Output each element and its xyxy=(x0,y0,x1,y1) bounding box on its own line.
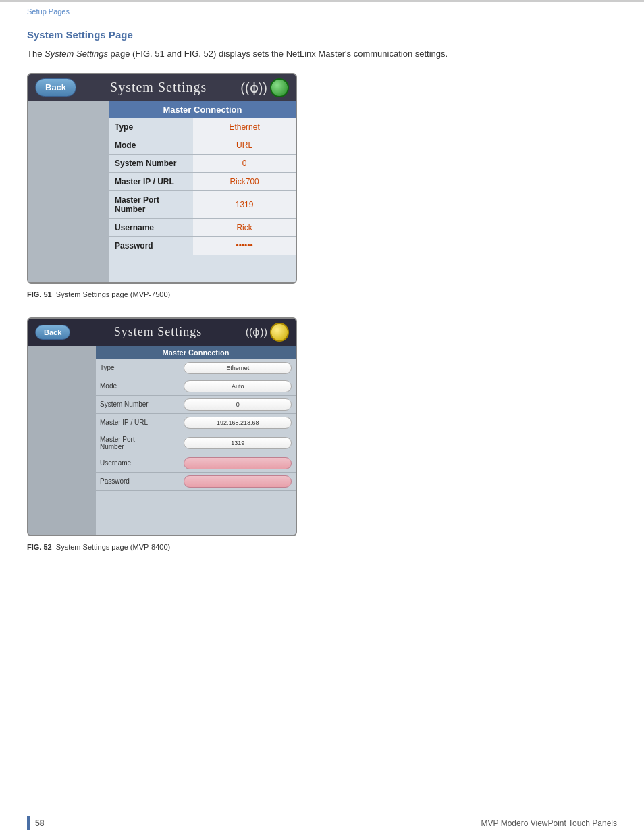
row-value[interactable] xyxy=(180,454,296,472)
row-value[interactable]: URL xyxy=(193,136,296,154)
row-value[interactable] xyxy=(180,472,296,490)
row-value[interactable]: Rick700 xyxy=(193,172,296,190)
value-btn-mode[interactable]: Auto xyxy=(184,380,292,392)
fig51-caption-text: System Settings page (MVP-7500) xyxy=(56,290,170,298)
screen-body-fig52: Master Connection Type Ethernet Mode Aut… xyxy=(28,346,296,535)
figure-52-block: Back System Settings ((ϕ)) Master Connec… xyxy=(27,317,617,551)
fig52-label: FIG. 52 xyxy=(27,543,52,551)
description-italic: System Settings xyxy=(45,49,108,59)
device-screen-fig51: Back System Settings ((ϕ)) Master Connec… xyxy=(27,73,297,284)
table-row: Password •••••• xyxy=(109,236,296,255)
table-row: Type Ethernet xyxy=(96,359,296,377)
row-label: System Number xyxy=(109,154,193,172)
screen-title-fig52: System Settings xyxy=(77,325,238,339)
back-button-fig51[interactable]: Back xyxy=(35,78,76,97)
table-row: Type Ethernet xyxy=(109,118,296,136)
footer-page-number: 58 xyxy=(35,818,44,828)
row-label: System Number xyxy=(96,395,180,413)
wifi-icon-fig51: ((ϕ)) xyxy=(240,80,267,96)
value-btn-username[interactable] xyxy=(184,457,292,469)
table-row: System Number 0 xyxy=(96,395,296,413)
row-label: Master PortNumber xyxy=(96,432,180,454)
value-btn-port[interactable]: 1319 xyxy=(184,437,292,449)
settings-table-fig51: Type Ethernet Mode URL System Number 0 xyxy=(109,118,296,255)
row-value[interactable]: 192.168.213.68 xyxy=(180,413,296,432)
row-label: Type xyxy=(109,118,193,136)
table-row: Master PortNumber 1319 xyxy=(109,190,296,218)
settings-table-fig52: Type Ethernet Mode Auto Syst xyxy=(96,359,296,491)
device-screen-fig52: Back System Settings ((ϕ)) Master Connec… xyxy=(27,317,297,536)
row-label: Master IP / URL xyxy=(109,172,193,190)
status-orb-fig51 xyxy=(270,78,289,97)
row-value[interactable]: 1319 xyxy=(180,432,296,454)
row-value[interactable]: 1319 xyxy=(193,190,296,218)
screen-right-panel-fig51: Master Connection Type Ethernet Mode URL… xyxy=(109,101,296,282)
table-row: Mode URL xyxy=(109,136,296,154)
footer-accent xyxy=(27,816,30,830)
row-value[interactable]: Rick xyxy=(193,218,296,236)
table-row: Password xyxy=(96,472,296,490)
fig52-caption: FIG. 52 System Settings page (MVP-8400) xyxy=(27,543,617,551)
row-value[interactable]: •••••• xyxy=(193,236,296,255)
wifi-icon-area-fig51: ((ϕ)) xyxy=(240,78,289,97)
fig51-label: FIG. 51 xyxy=(27,290,52,298)
value-btn-type[interactable]: Ethernet xyxy=(184,362,292,374)
section-title: System Settings Page xyxy=(27,29,617,41)
row-value[interactable]: Ethernet xyxy=(193,118,296,136)
description: The System Settings page (FIG. 51 and FI… xyxy=(27,47,617,61)
row-value[interactable]: 0 xyxy=(193,154,296,172)
footer-doc-title: MVP Modero ViewPoint Touch Panels xyxy=(44,818,617,828)
screen-right-panel-fig52: Master Connection Type Ethernet Mode Aut… xyxy=(96,346,296,535)
screen-title-fig51: System Settings xyxy=(83,80,234,95)
screen-header-fig52: Back System Settings ((ϕ)) xyxy=(28,319,296,346)
wifi-icon-area-fig52: ((ϕ)) xyxy=(246,323,289,342)
description-suffix: page (FIG. 51 and FIG. 52) displays sets… xyxy=(108,49,448,59)
screen-left-panel-fig52 xyxy=(28,346,96,535)
table-row: System Number 0 xyxy=(109,154,296,172)
value-btn-password[interactable] xyxy=(184,475,292,488)
fig51-caption: FIG. 51 System Settings page (MVP-7500) xyxy=(27,290,617,298)
screen-padding-bottom2 xyxy=(96,491,296,531)
row-label: Username xyxy=(96,454,180,472)
master-conn-header-fig52: Master Connection xyxy=(96,346,296,359)
row-value[interactable]: Auto xyxy=(180,377,296,395)
row-label: Username xyxy=(109,218,193,236)
row-label: Master IP / URL xyxy=(96,413,180,432)
page-footer: 58 MVP Modero ViewPoint Touch Panels xyxy=(0,812,644,834)
status-orb-fig52 xyxy=(270,323,289,342)
figure-51-block: Back System Settings ((ϕ)) Master Connec… xyxy=(27,73,617,298)
row-label: Mode xyxy=(109,136,193,154)
table-row: Username xyxy=(96,454,296,472)
value-btn-masterip[interactable]: 192.168.213.68 xyxy=(184,417,292,429)
table-row: Master IP / URL 192.168.213.68 xyxy=(96,413,296,432)
row-label: Master PortNumber xyxy=(109,190,193,218)
table-row: Master IP / URL Rick700 xyxy=(109,172,296,190)
row-label: Mode xyxy=(96,377,180,395)
row-value[interactable]: 0 xyxy=(180,395,296,413)
master-conn-header-fig51: Master Connection xyxy=(109,101,296,118)
row-value[interactable]: Ethernet xyxy=(180,359,296,377)
table-row: Username Rick xyxy=(109,218,296,236)
description-prefix: The xyxy=(27,49,45,59)
screen-padding-bottom xyxy=(109,255,296,282)
row-label: Password xyxy=(96,472,180,490)
screen-body-fig51: Master Connection Type Ethernet Mode URL… xyxy=(28,101,296,282)
wifi-icon-fig52: ((ϕ)) xyxy=(246,325,267,338)
screen-header-fig51: Back System Settings ((ϕ)) xyxy=(28,74,296,101)
breadcrumb: Setup Pages xyxy=(27,7,617,16)
fig52-caption-text: System Settings page (MVP-8400) xyxy=(56,543,170,551)
table-row: Master PortNumber 1319 xyxy=(96,432,296,454)
row-label: Type xyxy=(96,359,180,377)
table-row: Mode Auto xyxy=(96,377,296,395)
back-button-fig52[interactable]: Back xyxy=(35,325,70,340)
value-btn-sysnumber[interactable]: 0 xyxy=(184,398,292,411)
screen-left-panel-fig51 xyxy=(28,101,109,282)
row-label: Password xyxy=(109,236,193,255)
